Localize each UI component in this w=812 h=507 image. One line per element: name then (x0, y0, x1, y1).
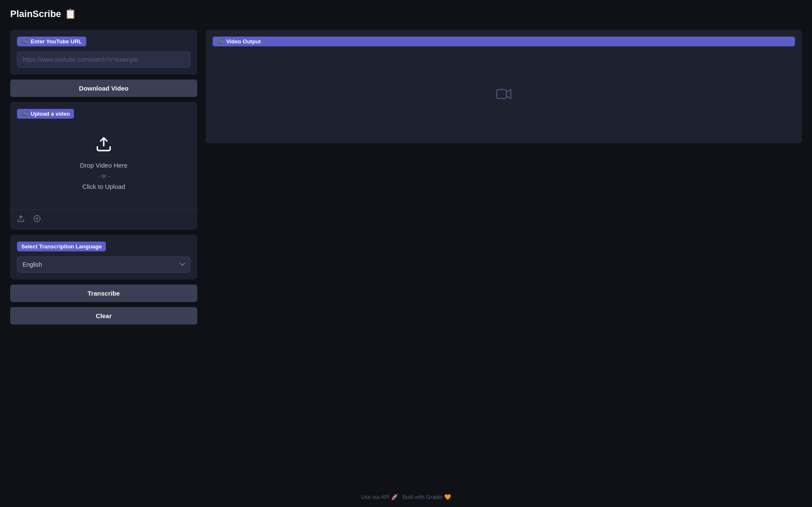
language-section: Select Transcription Language English Sp… (10, 235, 197, 279)
footer-separator: · (399, 494, 402, 500)
upload-icon-wrapper (95, 136, 112, 154)
right-panel: 📹 Video Output (206, 30, 802, 143)
video-placeholder (213, 51, 795, 137)
upload-video-label: 📹 Upload a video (17, 109, 74, 119)
footer-built-icon: 🧡 (444, 494, 451, 500)
video-output-panel: 📹 Video Output (206, 30, 802, 143)
upload-drop-text: Drop Video Here - or - Click to Upload (80, 160, 127, 192)
language-select[interactable]: English Spanish French German Italian Po… (17, 256, 190, 273)
footer: Use via API 🚀 · Built with Gradio 🧡 (0, 487, 812, 507)
youtube-url-section: 📹 Enter YouTube URL (10, 30, 197, 74)
left-panel: 📹 Enter YouTube URL Download Video 📹 Upl… (10, 30, 197, 325)
footer-built-text: Built with Gradio (403, 494, 443, 500)
clear-button[interactable]: Clear (10, 307, 197, 325)
youtube-badge-icon: 📹 (21, 38, 28, 45)
main-content: 📹 Enter YouTube URL Download Video 📹 Upl… (10, 30, 802, 325)
video-camera-icon (496, 88, 511, 100)
upload-arrow-icon (95, 136, 112, 153)
upload-badge-icon: 📹 (21, 111, 28, 117)
video-output-label: 📹 Video Output (213, 37, 795, 46)
svg-rect-5 (497, 90, 507, 99)
youtube-url-input[interactable] (17, 51, 190, 68)
youtube-url-label: 📹 Enter YouTube URL (17, 37, 86, 46)
footer-api-text: Use via API (361, 494, 389, 500)
upload-file-button[interactable] (15, 213, 26, 226)
upload-video-section: 📹 Upload a video Drop Video Here - or - (10, 102, 197, 230)
upload-toolbar (10, 209, 197, 230)
app-title: PlainScribe (10, 9, 61, 20)
video-output-badge-icon: 📹 (217, 38, 224, 45)
download-video-button[interactable]: Download Video (10, 80, 197, 97)
upload-dropzone[interactable]: Drop Video Here - or - Click to Upload (10, 119, 197, 209)
app-header: PlainScribe 📋 (10, 9, 802, 20)
footer-api-icon: 🚀 (391, 494, 398, 500)
language-label-badge: Select Transcription Language (17, 242, 106, 251)
app-icon: 📋 (65, 9, 76, 20)
upload-clipboard-button[interactable] (31, 213, 43, 226)
transcribe-button[interactable]: Transcribe (10, 285, 197, 302)
